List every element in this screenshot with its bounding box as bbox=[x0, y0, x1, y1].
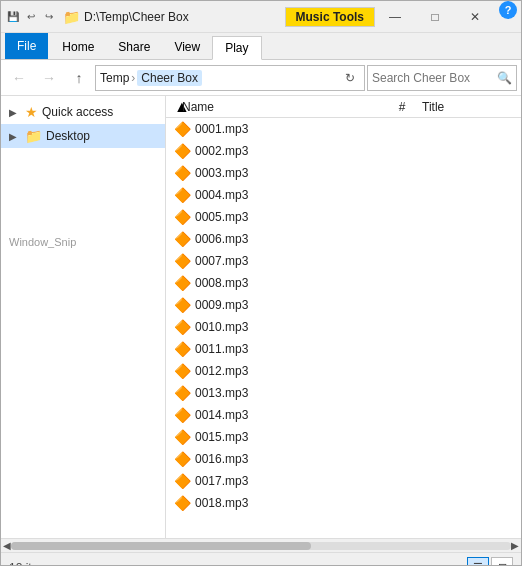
tab-file[interactable]: File bbox=[5, 33, 48, 59]
table-row[interactable]: 🔶 0008.mp3 bbox=[166, 272, 521, 294]
breadcrumb-sep: › bbox=[131, 71, 135, 85]
save-icon: 💾 bbox=[5, 9, 21, 25]
tab-play[interactable]: Play bbox=[212, 36, 261, 60]
horizontal-scrollbar[interactable]: ◀ ▶ bbox=[1, 538, 521, 552]
help-button[interactable]: ? bbox=[499, 1, 517, 19]
file-icon: 🔶 bbox=[174, 143, 191, 159]
table-row[interactable]: 🔶 0005.mp3 bbox=[166, 206, 521, 228]
table-row[interactable]: 🔶 0002.mp3 bbox=[166, 140, 521, 162]
col-name-header: Name bbox=[182, 100, 382, 114]
table-row[interactable]: 🔶 0018.mp3 bbox=[166, 492, 521, 514]
view-controls: ☰ ⊞ bbox=[467, 557, 513, 567]
table-row[interactable]: 🔶 0015.mp3 bbox=[166, 426, 521, 448]
table-row[interactable]: 🔶 0013.mp3 bbox=[166, 382, 521, 404]
file-pane: ▲ Name # Title 🔶 0001.mp3 🔶 0002.mp3 🔶 0… bbox=[166, 96, 521, 538]
file-rows-container: 🔶 0001.mp3 🔶 0002.mp3 🔶 0003.mp3 🔶 0004.… bbox=[166, 118, 521, 514]
search-input[interactable] bbox=[372, 71, 497, 85]
minimize-button[interactable]: — bbox=[375, 1, 415, 33]
maximize-button[interactable]: □ bbox=[415, 1, 455, 33]
file-name: 0003.mp3 bbox=[195, 166, 248, 180]
address-bar[interactable]: Temp › Cheer Box ↻ bbox=[95, 65, 365, 91]
close-button[interactable]: ✕ bbox=[455, 1, 495, 33]
nav-bar: ← → ↑ Temp › Cheer Box ↻ 🔍 bbox=[1, 60, 521, 96]
table-row[interactable]: 🔶 0011.mp3 bbox=[166, 338, 521, 360]
table-row[interactable]: 🔶 0007.mp3 bbox=[166, 250, 521, 272]
file-name: 0009.mp3 bbox=[195, 298, 248, 312]
tab-home[interactable]: Home bbox=[50, 35, 106, 59]
file-icon: 🔶 bbox=[174, 429, 191, 445]
table-row[interactable]: 🔶 0014.mp3 bbox=[166, 404, 521, 426]
file-name: 0010.mp3 bbox=[195, 320, 248, 334]
star-icon: ★ bbox=[25, 104, 38, 120]
file-name: 0016.mp3 bbox=[195, 452, 248, 466]
table-row[interactable]: 🔶 0012.mp3 bbox=[166, 360, 521, 382]
forward-button[interactable]: → bbox=[35, 64, 63, 92]
file-icon: 🔶 bbox=[174, 209, 191, 225]
tab-share[interactable]: Share bbox=[106, 35, 162, 59]
table-row[interactable]: 🔶 0004.mp3 bbox=[166, 184, 521, 206]
file-name: 0014.mp3 bbox=[195, 408, 248, 422]
h-scroll-right[interactable]: ▶ bbox=[511, 540, 519, 551]
main-area: ▶ ★ Quick access ▶ 📁 Desktop Window_Snip… bbox=[1, 96, 521, 538]
redo-icon: ↪ bbox=[41, 9, 57, 25]
file-icon: 🔶 bbox=[174, 187, 191, 203]
sidebar-item-quick-access[interactable]: ▶ ★ Quick access bbox=[1, 100, 165, 124]
scroll-col: ▲ bbox=[174, 98, 182, 116]
file-name: 0013.mp3 bbox=[195, 386, 248, 400]
title-bar: 💾 ↩ ↪ 📁 D:\Temp\Cheer Box Music Tools — … bbox=[1, 1, 521, 33]
tab-view[interactable]: View bbox=[162, 35, 212, 59]
item-count: 18 items bbox=[9, 561, 54, 567]
file-icon: 🔶 bbox=[174, 165, 191, 181]
title-folder-icon: 📁 bbox=[63, 9, 80, 25]
file-name: 0007.mp3 bbox=[195, 254, 248, 268]
search-icon: 🔍 bbox=[497, 71, 512, 85]
table-row[interactable]: 🔶 0003.mp3 bbox=[166, 162, 521, 184]
refresh-button[interactable]: ↻ bbox=[340, 68, 360, 88]
file-name: 0018.mp3 bbox=[195, 496, 248, 510]
music-tools-tab[interactable]: Music Tools bbox=[285, 7, 375, 27]
breadcrumb-item-temp[interactable]: Temp bbox=[100, 71, 129, 85]
file-icon: 🔶 bbox=[174, 363, 191, 379]
table-row[interactable]: 🔶 0017.mp3 bbox=[166, 470, 521, 492]
sidebar-item-desktop[interactable]: ▶ 📁 Desktop bbox=[1, 124, 165, 148]
file-icon: 🔶 bbox=[174, 275, 191, 291]
undo-icon: ↩ bbox=[23, 9, 39, 25]
sidebar-item-label: Desktop bbox=[46, 129, 90, 143]
breadcrumb: Temp › Cheer Box bbox=[100, 70, 202, 86]
sidebar-item-label: Quick access bbox=[42, 105, 113, 119]
window-snip-label: Window_Snip bbox=[1, 228, 165, 256]
file-name: 0015.mp3 bbox=[195, 430, 248, 444]
table-row[interactable]: 🔶 0001.mp3 bbox=[166, 118, 521, 140]
expand-icon: ▶ bbox=[9, 131, 21, 142]
h-scroll-thumb[interactable] bbox=[11, 542, 311, 550]
search-box: 🔍 bbox=[367, 65, 517, 91]
title-bar-icons: 💾 ↩ ↪ bbox=[5, 9, 57, 25]
folder-icon: 📁 bbox=[25, 128, 42, 144]
title-path: D:\Temp\Cheer Box bbox=[84, 10, 285, 24]
table-row[interactable]: 🔶 0009.mp3 bbox=[166, 294, 521, 316]
up-button[interactable]: ↑ bbox=[65, 64, 93, 92]
breadcrumb-current[interactable]: Cheer Box bbox=[137, 70, 202, 86]
grid-view-button[interactable]: ⊞ bbox=[491, 557, 513, 567]
expand-icon: ▶ bbox=[9, 107, 21, 118]
file-header: ▲ Name # Title bbox=[166, 96, 521, 118]
file-name: 0011.mp3 bbox=[195, 342, 248, 356]
h-scroll-left[interactable]: ◀ bbox=[3, 540, 11, 551]
table-row[interactable]: 🔶 0006.mp3 bbox=[166, 228, 521, 250]
file-icon: 🔶 bbox=[174, 231, 191, 247]
file-icon: 🔶 bbox=[174, 319, 191, 335]
file-icon: 🔶 bbox=[174, 407, 191, 423]
file-name: 0002.mp3 bbox=[195, 144, 248, 158]
table-row[interactable]: 🔶 0010.mp3 bbox=[166, 316, 521, 338]
sidebar: ▶ ★ Quick access ▶ 📁 Desktop Window_Snip bbox=[1, 96, 166, 538]
back-button[interactable]: ← bbox=[5, 64, 33, 92]
file-icon: 🔶 bbox=[174, 253, 191, 269]
table-row[interactable]: 🔶 0016.mp3 bbox=[166, 448, 521, 470]
file-icon: 🔶 bbox=[174, 121, 191, 137]
file-name: 0008.mp3 bbox=[195, 276, 248, 290]
h-scroll-track[interactable] bbox=[11, 542, 511, 550]
file-icon: 🔶 bbox=[174, 297, 191, 313]
col-title-header: Title bbox=[422, 100, 513, 114]
file-name: 0012.mp3 bbox=[195, 364, 248, 378]
list-view-button[interactable]: ☰ bbox=[467, 557, 489, 567]
